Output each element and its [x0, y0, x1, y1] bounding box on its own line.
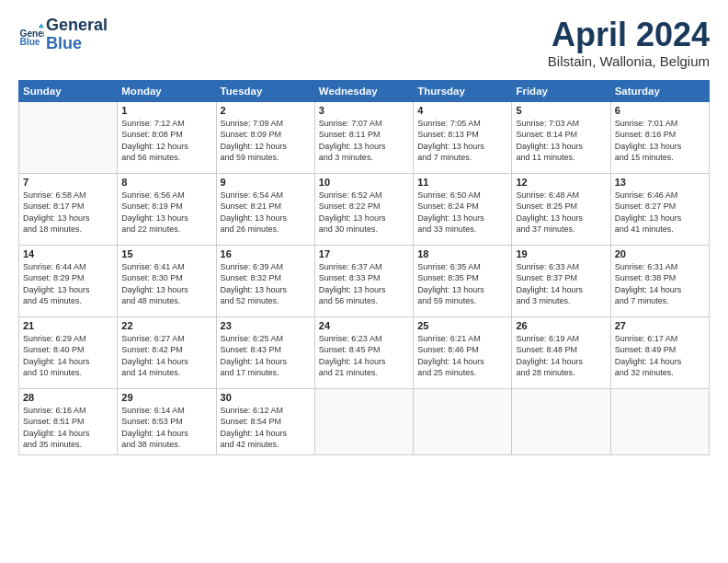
week-row-4: 21Sunrise: 6:29 AM Sunset: 8:40 PM Dayli… [19, 316, 710, 388]
day-info: Sunrise: 6:50 AM Sunset: 8:24 PM Dayligh… [417, 190, 507, 236]
day-number: 13 [615, 177, 705, 188]
day-info: Sunrise: 6:27 AM Sunset: 8:42 PM Dayligh… [121, 333, 211, 379]
day-cell: 21Sunrise: 6:29 AM Sunset: 8:40 PM Dayli… [19, 316, 118, 388]
day-info: Sunrise: 6:52 AM Sunset: 8:22 PM Dayligh… [319, 190, 409, 236]
day-number: 8 [121, 177, 211, 188]
header-row: Sunday Monday Tuesday Wednesday Thursday… [19, 80, 710, 101]
day-number: 23 [221, 320, 311, 331]
day-cell: 4Sunrise: 7:05 AM Sunset: 8:13 PM Daylig… [414, 101, 512, 173]
logo-line2: Blue [46, 34, 82, 52]
day-cell: 5Sunrise: 7:03 AM Sunset: 8:14 PM Daylig… [512, 101, 610, 173]
day-number: 22 [121, 320, 211, 331]
day-number: 2 [221, 105, 311, 116]
day-number: 28 [23, 392, 113, 403]
day-info: Sunrise: 6:12 AM Sunset: 8:54 PM Dayligh… [221, 405, 311, 451]
week-row-1: 1Sunrise: 7:12 AM Sunset: 8:08 PM Daylig… [19, 101, 710, 173]
day-info: Sunrise: 6:17 AM Sunset: 8:49 PM Dayligh… [615, 333, 705, 379]
day-cell: 11Sunrise: 6:50 AM Sunset: 8:24 PM Dayli… [414, 173, 512, 245]
day-info: Sunrise: 6:25 AM Sunset: 8:43 PM Dayligh… [221, 333, 311, 379]
day-cell: 20Sunrise: 6:31 AM Sunset: 8:38 PM Dayli… [610, 245, 709, 316]
day-cell: 19Sunrise: 6:33 AM Sunset: 8:37 PM Dayli… [512, 245, 610, 316]
day-number: 7 [23, 177, 113, 188]
day-info: Sunrise: 6:48 AM Sunset: 8:25 PM Dayligh… [516, 190, 606, 236]
day-cell [610, 388, 709, 454]
svg-text:Blue: Blue [20, 37, 40, 47]
day-number: 24 [319, 320, 409, 331]
day-cell: 26Sunrise: 6:19 AM Sunset: 8:48 PM Dayli… [512, 316, 610, 388]
day-info: Sunrise: 7:01 AM Sunset: 8:16 PM Dayligh… [615, 118, 705, 164]
day-number: 11 [417, 177, 507, 188]
day-number: 15 [121, 248, 211, 259]
day-info: Sunrise: 6:14 AM Sunset: 8:53 PM Dayligh… [121, 405, 211, 451]
day-cell: 16Sunrise: 6:39 AM Sunset: 8:32 PM Dayli… [216, 245, 314, 316]
day-info: Sunrise: 6:31 AM Sunset: 8:38 PM Dayligh… [615, 261, 705, 307]
day-cell: 14Sunrise: 6:44 AM Sunset: 8:29 PM Dayli… [19, 245, 118, 316]
day-cell: 17Sunrise: 6:37 AM Sunset: 8:33 PM Dayli… [314, 245, 413, 316]
day-number: 20 [615, 248, 705, 259]
title-block: April 2024 Bilstain, Wallonia, Belgium [548, 17, 710, 69]
day-cell: 8Sunrise: 6:56 AM Sunset: 8:19 PM Daylig… [118, 173, 216, 245]
col-monday: Monday [118, 80, 216, 101]
week-row-5: 28Sunrise: 6:16 AM Sunset: 8:51 PM Dayli… [19, 388, 710, 454]
day-number: 9 [221, 177, 311, 188]
day-number: 10 [319, 177, 409, 188]
day-cell: 1Sunrise: 7:12 AM Sunset: 8:08 PM Daylig… [118, 101, 216, 173]
day-number: 17 [319, 248, 409, 259]
logo-text: General Blue [46, 17, 108, 53]
day-cell: 3Sunrise: 7:07 AM Sunset: 8:11 PM Daylig… [314, 101, 413, 173]
col-sunday: Sunday [19, 80, 118, 101]
logo-icon: General Blue [18, 22, 44, 48]
logo-line1: General [46, 16, 108, 34]
day-cell: 18Sunrise: 6:35 AM Sunset: 8:35 PM Dayli… [414, 245, 512, 316]
day-number: 4 [417, 105, 507, 116]
day-cell [19, 101, 118, 173]
day-info: Sunrise: 6:56 AM Sunset: 8:19 PM Dayligh… [121, 190, 211, 236]
week-row-2: 7Sunrise: 6:58 AM Sunset: 8:17 PM Daylig… [19, 173, 710, 245]
day-number: 1 [121, 105, 211, 116]
day-cell: 28Sunrise: 6:16 AM Sunset: 8:51 PM Dayli… [19, 388, 118, 454]
day-cell: 22Sunrise: 6:27 AM Sunset: 8:42 PM Dayli… [118, 316, 216, 388]
day-cell: 6Sunrise: 7:01 AM Sunset: 8:16 PM Daylig… [610, 101, 709, 173]
day-number: 14 [23, 248, 113, 259]
svg-marker-3 [39, 23, 44, 28]
day-cell: 12Sunrise: 6:48 AM Sunset: 8:25 PM Dayli… [512, 173, 610, 245]
day-info: Sunrise: 7:03 AM Sunset: 8:14 PM Dayligh… [516, 118, 606, 164]
day-cell: 27Sunrise: 6:17 AM Sunset: 8:49 PM Dayli… [610, 316, 709, 388]
day-number: 5 [516, 105, 606, 116]
day-cell [512, 388, 610, 454]
col-wednesday: Wednesday [314, 80, 413, 101]
day-cell [414, 388, 512, 454]
day-number: 19 [516, 248, 606, 259]
day-number: 30 [221, 392, 311, 403]
col-tuesday: Tuesday [216, 80, 314, 101]
day-info: Sunrise: 6:16 AM Sunset: 8:51 PM Dayligh… [23, 405, 113, 451]
day-info: Sunrise: 6:46 AM Sunset: 8:27 PM Dayligh… [615, 190, 705, 236]
day-number: 12 [516, 177, 606, 188]
logo: General Blue General Blue [18, 17, 108, 53]
day-cell: 2Sunrise: 7:09 AM Sunset: 8:09 PM Daylig… [216, 101, 314, 173]
day-cell: 25Sunrise: 6:21 AM Sunset: 8:46 PM Dayli… [414, 316, 512, 388]
day-number: 27 [615, 320, 705, 331]
day-info: Sunrise: 6:23 AM Sunset: 8:45 PM Dayligh… [319, 333, 409, 379]
calendar-body: 1Sunrise: 7:12 AM Sunset: 8:08 PM Daylig… [19, 101, 710, 454]
calendar-header: Sunday Monday Tuesday Wednesday Thursday… [19, 80, 710, 101]
day-cell: 9Sunrise: 6:54 AM Sunset: 8:21 PM Daylig… [216, 173, 314, 245]
day-number: 3 [319, 105, 409, 116]
day-number: 29 [121, 392, 211, 403]
day-info: Sunrise: 6:21 AM Sunset: 8:46 PM Dayligh… [417, 333, 507, 379]
week-row-3: 14Sunrise: 6:44 AM Sunset: 8:29 PM Dayli… [19, 245, 710, 316]
day-info: Sunrise: 7:07 AM Sunset: 8:11 PM Dayligh… [319, 118, 409, 164]
day-number: 25 [417, 320, 507, 331]
day-info: Sunrise: 6:35 AM Sunset: 8:35 PM Dayligh… [417, 261, 507, 307]
day-cell: 30Sunrise: 6:12 AM Sunset: 8:54 PM Dayli… [216, 388, 314, 454]
day-info: Sunrise: 6:54 AM Sunset: 8:21 PM Dayligh… [221, 190, 311, 236]
calendar-table: Sunday Monday Tuesday Wednesday Thursday… [18, 80, 710, 455]
page: General Blue General Blue April 2024 Bil… [0, 0, 728, 465]
col-friday: Friday [512, 80, 610, 101]
col-saturday: Saturday [610, 80, 709, 101]
day-cell: 7Sunrise: 6:58 AM Sunset: 8:17 PM Daylig… [19, 173, 118, 245]
day-number: 18 [417, 248, 507, 259]
day-info: Sunrise: 6:44 AM Sunset: 8:29 PM Dayligh… [23, 261, 113, 307]
day-info: Sunrise: 6:41 AM Sunset: 8:30 PM Dayligh… [121, 261, 211, 307]
day-cell: 24Sunrise: 6:23 AM Sunset: 8:45 PM Dayli… [314, 316, 413, 388]
